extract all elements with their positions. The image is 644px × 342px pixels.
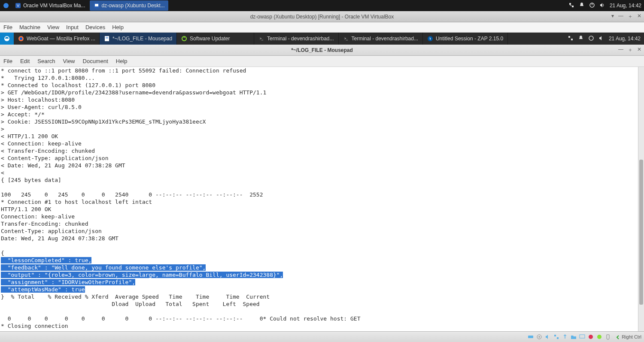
vb-mouse-icon[interactable]: [605, 333, 611, 340]
guest-task-label: Terminal - devendrashirbad...: [267, 36, 334, 42]
vb-menu-devices[interactable]: Devices: [85, 24, 105, 30]
guest-tray: 21 Aug, 14:42: [564, 35, 644, 42]
zap-icon: [427, 36, 433, 42]
vb-network-icon[interactable]: [553, 333, 560, 340]
guest-task-label: Software Updater: [190, 36, 230, 42]
mousepad-menu-search[interactable]: Search: [37, 58, 55, 64]
mousepad-menu-document[interactable]: Document: [83, 58, 108, 64]
svg-text:>_: >_: [260, 37, 263, 40]
vb-menu-machine[interactable]: Machine: [19, 24, 40, 30]
host-task-virtualbox-manager[interactable]: V Oracle VM VirtualBox Ma...: [11, 0, 89, 11]
svg-rect-22: [571, 39, 573, 40]
guest-task-label: Untitled Session - ZAP 2.15.0: [436, 36, 503, 42]
vb-menubar: File Machine View Input Devices Help: [0, 22, 644, 33]
vb-guest-additions-icon[interactable]: [596, 333, 603, 340]
vb-keyboard-icon[interactable]: [613, 333, 620, 340]
power-icon[interactable]: [589, 2, 595, 9]
svg-point-30: [589, 335, 593, 339]
maximize-icon[interactable]: ＋: [628, 46, 633, 54]
bell-icon[interactable]: [579, 2, 585, 9]
minimize-icon[interactable]: —: [618, 13, 623, 20]
svg-point-0: [3, 3, 9, 8]
vb-shared-folders-icon[interactable]: [570, 333, 577, 340]
mousepad-icon: [104, 36, 110, 42]
vb-menu-input[interactable]: Input: [66, 24, 79, 30]
power-icon[interactable]: [588, 35, 594, 42]
volume-icon[interactable]: [598, 35, 605, 42]
svg-point-26: [539, 336, 540, 338]
close-icon[interactable]: ✕: [637, 46, 641, 54]
svg-text:>_: >_: [344, 37, 348, 40]
volume-icon[interactable]: [599, 2, 605, 9]
vb-hdd-icon[interactable]: [527, 333, 534, 340]
guest-task-label: *~/LOG_FILE - Mousepad: [112, 36, 172, 42]
close-icon[interactable]: ✕: [637, 13, 641, 20]
host-task-vm-window[interactable]: dz-owasp (Xubuntu Deskt...: [90, 0, 168, 11]
network-icon[interactable]: [568, 35, 574, 42]
terminal-icon: >_: [258, 36, 264, 42]
minimize-icon[interactable]: —: [618, 46, 623, 54]
vb-menu-view[interactable]: View: [47, 24, 59, 30]
vb-menu-help[interactable]: Help: [112, 24, 124, 30]
host-top-panel: V Oracle VM VirtualBox Ma... dz-owasp (X…: [0, 0, 644, 11]
svg-rect-29: [580, 335, 585, 338]
vb-recording-icon[interactable]: [587, 333, 594, 340]
vb-audio-icon[interactable]: [544, 333, 551, 340]
guest-clock[interactable]: 21 Aug, 14:42: [609, 36, 641, 42]
guest-task-mousepad[interactable]: *~/LOG_FILE - Mousepad: [100, 33, 177, 45]
svg-point-11: [20, 37, 22, 40]
mousepad-titlebar[interactable]: *~/LOG_FILE - Mousepad — ＋ ✕: [0, 45, 644, 56]
firefox-icon: [18, 36, 24, 42]
vb-host-key[interactable]: Right Ctrl: [622, 334, 641, 339]
vb-usb-icon[interactable]: [562, 333, 568, 340]
guest-task-zap[interactable]: Untitled Session - ZAP 2.15.0: [423, 33, 508, 45]
host-clock[interactable]: 21 Aug, 14:42: [610, 3, 641, 9]
svg-rect-5: [569, 3, 571, 5]
vertical-scrollbar[interactable]: [638, 67, 644, 331]
guest-task-software-updater[interactable]: Software Updater: [177, 33, 254, 45]
mousepad-title: *~/LOG_FILE - Mousepad: [291, 47, 353, 53]
text-editor[interactable]: * connect to ::1 port 8080 from ::1 port…: [0, 67, 638, 331]
guest-task-label: WebGoat — Mozilla Firefox ...: [27, 36, 95, 42]
mousepad-menu-file[interactable]: File: [3, 58, 12, 64]
scrollbar-thumb[interactable]: [639, 160, 643, 305]
mousepad-menubar: File Edit Search View Document Help: [0, 56, 644, 67]
editor-area: * connect to ::1 port 8080 from ::1 port…: [0, 67, 644, 331]
vb-display-icon[interactable]: [579, 333, 586, 340]
bell-icon[interactable]: [578, 35, 584, 42]
updater-icon: [181, 36, 187, 42]
virtualbox-vm-icon: [93, 2, 100, 9]
maximize-icon[interactable]: ＋: [628, 13, 633, 20]
svg-rect-28: [557, 337, 559, 339]
guest-task-terminal-1[interactable]: >_ Terminal - devendrashirbad...: [254, 33, 338, 45]
terminal-icon: >_: [343, 36, 349, 42]
network-icon[interactable]: [568, 2, 574, 9]
host-task-label: dz-owasp (Xubuntu Deskt...: [102, 3, 165, 9]
mousepad-menu-help[interactable]: Help: [116, 58, 128, 64]
host-menu-icon[interactable]: [3, 2, 9, 9]
whisker-menu-button[interactable]: [0, 33, 14, 45]
svg-rect-4: [95, 4, 98, 6]
vb-statusbar: Right Ctrl: [0, 331, 644, 342]
svg-rect-21: [568, 36, 570, 38]
svg-rect-12: [105, 36, 109, 41]
guest-task-firefox[interactable]: WebGoat — Mozilla Firefox ...: [14, 33, 100, 45]
svg-point-23: [589, 36, 593, 40]
svg-rect-24: [528, 336, 533, 338]
vb-window-title: dz-owasp (Xubuntu Desktop) [Running] - O…: [250, 14, 394, 20]
mousepad-menu-view[interactable]: View: [63, 58, 75, 64]
mousepad-menu-edit[interactable]: Edit: [20, 58, 30, 64]
svg-point-31: [597, 335, 601, 339]
expand-icon[interactable]: ▾: [611, 13, 614, 20]
host-task-label: Oracle VM VirtualBox Ma...: [23, 3, 85, 9]
svg-rect-27: [554, 335, 556, 336]
guest-task-terminal-2[interactable]: >_ Terminal - devendrashirbad...: [339, 33, 423, 45]
host-tray: 21 Aug, 14:42: [568, 2, 641, 9]
vb-optical-icon[interactable]: [536, 333, 543, 340]
guest-task-label: Terminal - devendrashirbad...: [352, 36, 418, 42]
vb-menu-file[interactable]: File: [3, 24, 12, 30]
virtualbox-icon: V: [15, 2, 21, 9]
guest-top-panel: WebGoat — Mozilla Firefox ... *~/LOG_FIL…: [0, 33, 644, 45]
svg-rect-6: [572, 6, 574, 7]
vb-window-titlebar[interactable]: dz-owasp (Xubuntu Desktop) [Running] - O…: [0, 11, 644, 22]
